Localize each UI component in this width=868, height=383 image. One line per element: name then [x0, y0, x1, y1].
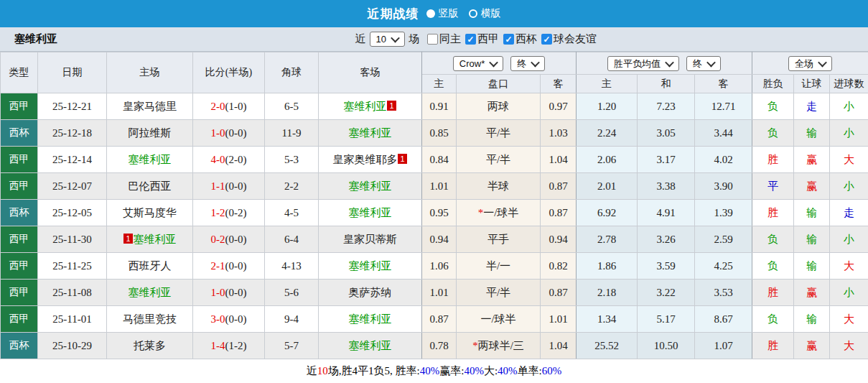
- bookmaker-select[interactable]: Crow*: [453, 56, 503, 71]
- checkbox-label: 西杯: [515, 32, 537, 46]
- away-team: 塞维利亚: [319, 173, 422, 200]
- chevron-down-icon: [665, 57, 674, 67]
- team-link: 塞维利亚: [349, 180, 392, 192]
- handicap-period-value: 终: [517, 57, 526, 70]
- result-handicap: 赢: [794, 173, 830, 200]
- col-header-handicap-home: 主: [422, 75, 457, 93]
- handicap-away-odds: 0.94: [541, 226, 577, 253]
- home-team: 1塞维利亚: [107, 226, 193, 253]
- col-header-mean-away: 客: [695, 75, 752, 93]
- league-type-badge: 西甲: [1, 306, 38, 333]
- mean-home-odds: 6.92: [577, 200, 638, 226]
- handicap-home-odds: 1.06: [422, 253, 457, 280]
- radio-icon[interactable]: [426, 9, 435, 18]
- team-link: 塞维利亚: [349, 260, 392, 272]
- match-row: 西甲 25-11-30 1塞维利亚 0-2(0-0) 6-4 皇家贝蒂斯 0.9…: [1, 226, 868, 253]
- score-cell: 1-4(1-2): [193, 333, 265, 359]
- filter-controls: 近 10 场 同主 ✓ 西甲 ✓ 西杯 ✓ 球会友谊: [355, 32, 597, 47]
- mean-away-odds: 2.59: [695, 226, 752, 253]
- corners-cell: 6-4: [265, 226, 319, 253]
- match-count-select[interactable]: 10: [370, 32, 405, 47]
- handicap-away-odds: 0.87: [541, 173, 577, 200]
- checkbox-label: 西甲: [477, 32, 499, 46]
- result-goals: 大: [830, 333, 868, 359]
- col-header-goals: 进球数: [830, 75, 868, 93]
- match-date: 25-12-05: [38, 200, 107, 226]
- summary-segment: 10: [317, 365, 328, 377]
- team-link: 塞维利亚: [349, 340, 392, 351]
- score-cell: 2-0(1-0): [193, 93, 265, 120]
- col-header-score: 比分(半场): [193, 52, 265, 93]
- away-team: 塞维利亚1: [319, 93, 422, 120]
- mean-away-odds: 1.07: [695, 333, 752, 359]
- handicap-line: 半球: [457, 173, 541, 200]
- chevron-down-icon: [818, 57, 827, 67]
- checkbox-icon[interactable]: [427, 34, 438, 45]
- mean-draw-odds: 7.23: [638, 93, 695, 120]
- mean-home-odds: 2.06: [577, 147, 638, 173]
- mean-odds-select[interactable]: 胜平负均值: [607, 56, 679, 71]
- col-header-away: 客场: [319, 52, 422, 93]
- layout-radio-option[interactable]: 横版: [469, 7, 501, 20]
- mean-period-value: 终: [693, 57, 702, 70]
- result-wdl: 胜: [752, 333, 794, 359]
- card-badge: 1: [123, 234, 132, 244]
- match-date: 25-10-29: [38, 333, 107, 359]
- result-wdl: 负: [752, 120, 794, 147]
- handicap-period-select[interactable]: 终: [510, 56, 545, 71]
- league-type-badge: 西杯: [1, 333, 38, 359]
- away-team: 皇家奥维耶多1: [319, 147, 422, 173]
- checkbox-icon[interactable]: ✓: [465, 34, 476, 45]
- handicap-away-odds: 0.87: [541, 280, 577, 306]
- summary-segment: 40%: [498, 365, 518, 377]
- checkbox-icon[interactable]: ✓: [541, 34, 552, 45]
- result-goals: 大: [830, 253, 868, 280]
- mean-away-odds: 8.67: [695, 306, 752, 333]
- summary-segment: 场,胜4平1负5, 胜率:: [328, 364, 420, 378]
- handicap-home-odds: 0.94: [422, 226, 457, 253]
- home-team: 巴伦西亚: [107, 173, 193, 200]
- match-row: 西甲 25-11-25 西班牙人 2-1(0-0) 4-13 塞维利亚 1.06…: [1, 253, 868, 280]
- checkbox-icon[interactable]: ✓: [503, 34, 514, 45]
- corners-cell: 5-7: [265, 333, 319, 359]
- team-name: 塞维利亚: [14, 32, 57, 46]
- layout-radio-selected[interactable]: 竖版: [426, 7, 459, 20]
- team-link: 塞维利亚: [343, 101, 386, 112]
- result-wdl: 平: [752, 173, 794, 200]
- league-type-badge: 西甲: [1, 280, 38, 306]
- result-handicap: 输: [794, 120, 830, 147]
- result-wdl: 胜: [752, 280, 794, 306]
- away-team: 塞维利亚: [319, 120, 422, 147]
- summary-footer: 近10场,胜4平1负5, 胜率:40% 赢率:40% 大:40% 单率:60%: [0, 359, 868, 382]
- handicap-away-odds: 0.87: [541, 200, 577, 226]
- radio-icon[interactable]: [469, 9, 477, 18]
- result-group-header: 全场: [752, 52, 868, 75]
- result-goals: 大: [830, 306, 868, 333]
- radio-label: 竖版: [439, 7, 459, 20]
- layout-radio-group: 竖版 横版: [426, 7, 501, 20]
- summary-segment: 40%: [464, 365, 484, 377]
- away-team: 塞维利亚: [319, 200, 422, 226]
- team-link: 塞维利亚: [349, 313, 392, 325]
- match-count-value: 10: [376, 33, 386, 45]
- result-wdl: 胜: [752, 147, 794, 173]
- scope-select[interactable]: 全场: [788, 56, 832, 71]
- result-goals: 走: [830, 200, 868, 226]
- handicap-home-odds: 0.91: [422, 93, 457, 120]
- page-title: 近期战绩: [368, 6, 419, 22]
- result-wdl: 负: [752, 253, 794, 280]
- match-row: 西杯 25-12-18 阿拉维斯 1-0(0-0) 11-9 塞维利亚 0.85…: [1, 120, 868, 147]
- mean-draw-odds: 3.17: [638, 147, 695, 173]
- match-date: 25-11-25: [38, 253, 107, 280]
- mean-period-select[interactable]: 终: [686, 56, 721, 71]
- checkbox-label: 球会友谊: [554, 32, 597, 46]
- col-header-handicap-line: 盘口: [457, 75, 541, 93]
- league-type-badge: 西甲: [1, 147, 38, 173]
- handicap-home-odds: 0.95: [422, 200, 457, 226]
- result-handicap: 赢: [794, 280, 830, 306]
- score-cell: 2-1(0-0): [193, 253, 265, 280]
- col-header-let: 让球: [794, 75, 830, 93]
- corners-cell: 2-2: [265, 173, 319, 200]
- league-type-badge: 西甲: [1, 93, 38, 120]
- match-date: 25-11-01: [38, 306, 107, 333]
